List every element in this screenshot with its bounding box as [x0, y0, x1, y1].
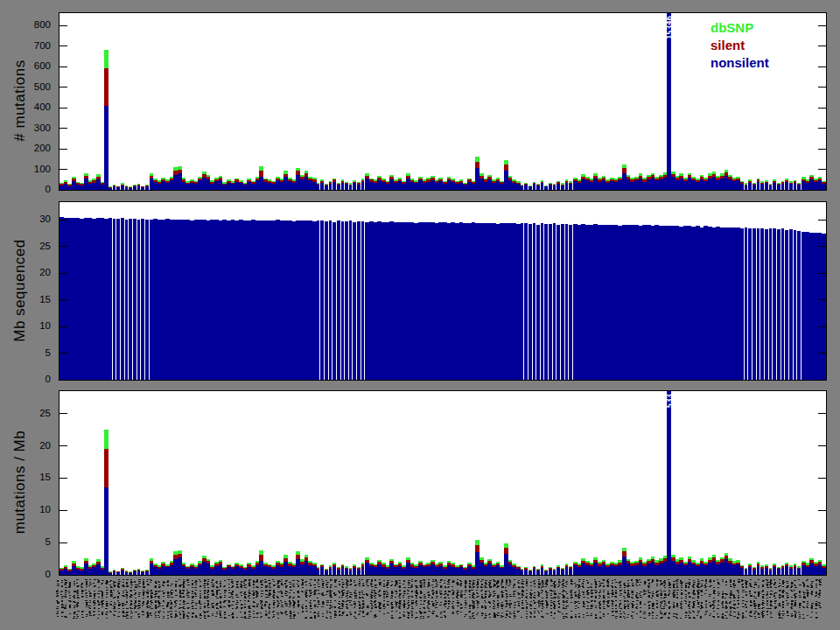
bar-segment [369, 178, 374, 180]
bar-segment [369, 563, 374, 564]
bar-segment [141, 186, 144, 187]
bar-segment [202, 178, 206, 190]
bar-segment [818, 233, 822, 380]
bar-segment [67, 570, 72, 570]
bar-segment [153, 564, 158, 565]
bar-segment [455, 223, 459, 380]
bar-segment [642, 178, 647, 179]
bar-segment [80, 567, 84, 568]
bar-segment [459, 183, 463, 190]
bar-segment [777, 183, 780, 184]
bar-segment [704, 562, 708, 564]
bar-segment [508, 560, 512, 562]
bar-segment [556, 568, 560, 575]
bar-segment [259, 171, 263, 177]
bar-segment [822, 564, 826, 566]
bar-segment [121, 185, 124, 186]
bar-segment [794, 567, 796, 575]
bar-segment [740, 566, 744, 568]
bar-segment [206, 220, 210, 380]
bar-segment [320, 183, 324, 190]
bar-segment [308, 565, 312, 575]
y-tick-label: 600 [0, 60, 51, 72]
bar-segment [593, 224, 598, 380]
bar-segment [794, 183, 796, 190]
bar-segment [104, 68, 108, 105]
bar-segment [158, 567, 161, 569]
bar-segment [818, 560, 822, 562]
bar-segment [606, 567, 610, 575]
bar-segment [447, 180, 451, 190]
bar-segment [602, 178, 606, 180]
bar-segment [802, 563, 806, 565]
bar-segment [475, 545, 480, 552]
bar-segment [304, 220, 308, 380]
bar-segment [292, 567, 296, 575]
bar-segment [814, 233, 818, 380]
bar-segment [243, 567, 247, 568]
bar-segment [247, 563, 251, 564]
bar-segment [101, 570, 104, 575]
bar-segment [116, 572, 120, 575]
bar-segment [60, 570, 64, 575]
bar-segment [757, 564, 760, 565]
bar-segment [818, 564, 822, 575]
bar-segment [426, 222, 430, 380]
bar-segment [125, 572, 128, 575]
bar-segment [569, 181, 572, 182]
bar-segment [206, 179, 210, 190]
bar-segment [679, 560, 683, 563]
bar-segment [606, 225, 610, 380]
bar-segment [141, 186, 144, 187]
bar-segment [512, 179, 516, 181]
bar-segment [239, 180, 243, 182]
bar-segment [101, 568, 104, 570]
bar-segment [337, 570, 340, 575]
bar-segment [158, 569, 161, 575]
bar-segment [251, 220, 256, 380]
bar-segment [284, 555, 288, 557]
bar-segment [818, 177, 822, 178]
bar-segment [654, 178, 659, 181]
bar-segment [438, 179, 443, 181]
bar-segment [553, 184, 556, 185]
bar-segment [251, 184, 256, 190]
bar-segment [137, 220, 140, 380]
bar-segment [487, 223, 492, 380]
bar-segment [610, 181, 614, 190]
bar-segment [630, 179, 634, 181]
bar-segment [578, 565, 581, 567]
bar-segment [606, 183, 610, 190]
bar-segment [173, 220, 178, 380]
bar-segment [618, 178, 622, 181]
bar-segment [757, 179, 760, 181]
bar-segment [472, 565, 475, 566]
bar-segment [541, 183, 543, 190]
bar-segment [418, 177, 423, 178]
bar-segment [161, 178, 165, 179]
bar-segment [569, 184, 572, 190]
bar-segment [256, 220, 259, 380]
bar-segment [748, 179, 752, 181]
bar-segment [276, 180, 280, 190]
bar-segment [745, 569, 747, 570]
bar-segment [736, 560, 740, 562]
bar-segment [606, 564, 610, 565]
bar-segment [317, 184, 319, 185]
bar-segment [728, 564, 732, 575]
bar-segment [349, 220, 352, 380]
bar-segment [760, 565, 764, 567]
bar-segment [101, 218, 104, 380]
bar-segment [374, 181, 377, 183]
bar-segment [247, 180, 251, 182]
bar-segment [789, 183, 793, 185]
bar-segment [72, 178, 76, 181]
bar-segment [268, 179, 271, 181]
bar-segment [549, 183, 552, 184]
bar-segment [190, 181, 194, 183]
bar-segment [484, 179, 487, 181]
bar-segment [716, 564, 720, 575]
bar-segment [341, 221, 344, 380]
bar-segment [377, 178, 382, 180]
bar-segment [153, 565, 158, 567]
